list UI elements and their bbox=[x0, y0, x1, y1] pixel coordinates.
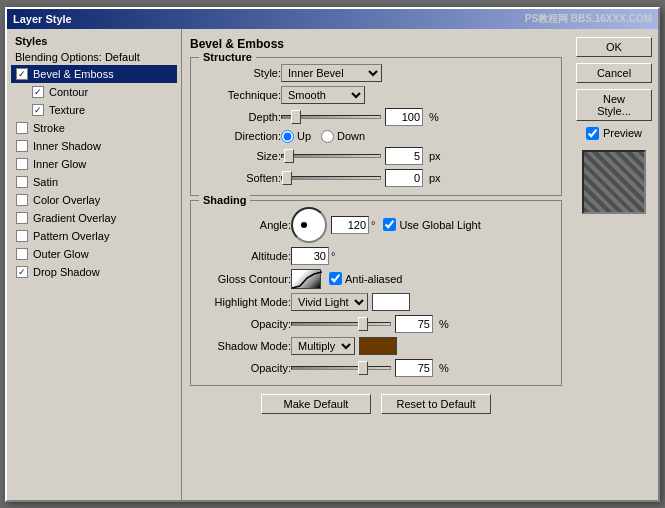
ok-button[interactable]: OK bbox=[576, 37, 652, 57]
direction-up-item[interactable]: Up bbox=[281, 130, 311, 143]
make-default-button[interactable]: Make Default bbox=[261, 394, 371, 414]
highlight-opacity-slider-container: % bbox=[291, 315, 449, 333]
color-overlay-checkbox[interactable] bbox=[16, 194, 28, 206]
sidebar-inner-shadow-label: Inner Shadow bbox=[33, 140, 101, 152]
sidebar-contour-label: Contour bbox=[49, 86, 88, 98]
size-slider[interactable] bbox=[281, 154, 381, 158]
use-global-light-label[interactable]: Use Global Light bbox=[383, 218, 480, 231]
direction-up-radio[interactable] bbox=[281, 130, 294, 143]
sidebar-item-contour[interactable]: Contour bbox=[11, 83, 177, 101]
shadow-opacity-label: Opacity: bbox=[201, 362, 291, 374]
dialog-body: Styles Blending Options: Default Bevel &… bbox=[7, 29, 658, 500]
anti-aliased-label[interactable]: Anti-aliased bbox=[329, 272, 402, 285]
shading-section: Shading Angle: ° Use Global Light bbox=[190, 200, 562, 386]
dial-dot bbox=[301, 222, 307, 228]
gloss-contour-label: Gloss Contour: bbox=[201, 273, 291, 285]
stroke-checkbox[interactable] bbox=[16, 122, 28, 134]
sidebar-item-pattern-overlay[interactable]: Pattern Overlay bbox=[11, 227, 177, 245]
highlight-color-swatch[interactable] bbox=[372, 293, 410, 311]
blending-options-label[interactable]: Blending Options: Default bbox=[11, 49, 177, 65]
highlight-mode-row: Highlight Mode: Vivid Light Normal Multi… bbox=[201, 293, 551, 311]
texture-checkbox[interactable] bbox=[32, 104, 44, 116]
direction-down-item[interactable]: Down bbox=[321, 130, 365, 143]
shadow-mode-row: Shadow Mode: Multiply Normal Screen bbox=[201, 337, 551, 355]
highlight-opacity-label: Opacity: bbox=[201, 318, 291, 330]
angle-dial[interactable] bbox=[291, 207, 327, 243]
anti-aliased-text: Anti-aliased bbox=[345, 273, 402, 285]
altitude-input[interactable] bbox=[291, 247, 329, 265]
highlight-opacity-input[interactable] bbox=[395, 315, 433, 333]
sidebar-item-inner-glow[interactable]: Inner Glow bbox=[11, 155, 177, 173]
technique-select[interactable]: Smooth Chisel Hard Chisel Soft bbox=[281, 86, 365, 104]
depth-label: Depth: bbox=[201, 111, 281, 123]
sidebar-item-color-overlay[interactable]: Color Overlay bbox=[11, 191, 177, 209]
bevel-emboss-checkbox[interactable] bbox=[16, 68, 28, 80]
satin-checkbox[interactable] bbox=[16, 176, 28, 188]
size-input[interactable] bbox=[385, 147, 423, 165]
depth-input[interactable] bbox=[385, 108, 423, 126]
drop-shadow-checkbox[interactable] bbox=[16, 266, 28, 278]
outer-glow-checkbox[interactable] bbox=[16, 248, 28, 260]
sidebar-item-stroke[interactable]: Stroke bbox=[11, 119, 177, 137]
direction-radio-group: Up Down bbox=[281, 130, 365, 143]
sidebar-item-bevel-emboss[interactable]: Bevel & Emboss bbox=[11, 65, 177, 83]
shadow-opacity-input[interactable] bbox=[395, 359, 433, 377]
shadow-mode-select[interactable]: Multiply Normal Screen bbox=[291, 337, 355, 355]
sidebar-item-texture[interactable]: Texture bbox=[11, 101, 177, 119]
sidebar-stroke-label: Stroke bbox=[33, 122, 65, 134]
style-select[interactable]: Inner Bevel Outer Bevel Emboss Pillow Em… bbox=[281, 64, 382, 82]
sidebar-outer-glow-label: Outer Glow bbox=[33, 248, 89, 260]
cancel-button[interactable]: Cancel bbox=[576, 63, 652, 83]
sidebar-texture-label: Texture bbox=[49, 104, 85, 116]
anti-aliased-checkbox[interactable] bbox=[329, 272, 342, 285]
inner-glow-checkbox[interactable] bbox=[16, 158, 28, 170]
highlight-opacity-row: Opacity: % bbox=[201, 315, 551, 333]
direction-row: Direction: Up Down bbox=[201, 130, 551, 143]
sidebar-item-inner-shadow[interactable]: Inner Shadow bbox=[11, 137, 177, 155]
title-bar: Layer Style PS教程网 BBS.16XXX.COM bbox=[7, 9, 658, 29]
angle-input[interactable] bbox=[331, 216, 369, 234]
size-label: Size: bbox=[201, 150, 281, 162]
shadow-opacity-slider[interactable] bbox=[291, 366, 391, 370]
right-buttons-panel: OK Cancel New Style... Preview bbox=[570, 29, 658, 500]
highlight-mode-select[interactable]: Vivid Light Normal Multiply Screen bbox=[291, 293, 368, 311]
gradient-overlay-checkbox[interactable] bbox=[16, 212, 28, 224]
sidebar-drop-shadow-label: Drop Shadow bbox=[33, 266, 100, 278]
soften-slider[interactable] bbox=[281, 176, 381, 180]
shadow-color-swatch[interactable] bbox=[359, 337, 397, 355]
preview-checkbox[interactable] bbox=[586, 127, 599, 140]
highlight-opacity-slider[interactable] bbox=[291, 322, 391, 326]
preview-image bbox=[584, 152, 644, 212]
soften-label: Soften: bbox=[201, 172, 281, 184]
preview-row: Preview bbox=[586, 127, 642, 140]
sidebar-gradient-overlay-label: Gradient Overlay bbox=[33, 212, 116, 224]
sidebar-color-overlay-label: Color Overlay bbox=[33, 194, 100, 206]
title-bar-left: Layer Style bbox=[13, 13, 72, 25]
soften-slider-container: px bbox=[281, 169, 441, 187]
sidebar-item-drop-shadow[interactable]: Drop Shadow bbox=[11, 263, 177, 281]
sidebar-pattern-overlay-label: Pattern Overlay bbox=[33, 230, 109, 242]
soften-row: Soften: px bbox=[201, 169, 551, 187]
shadow-opacity-row: Opacity: % bbox=[201, 359, 551, 377]
new-style-button[interactable]: New Style... bbox=[576, 89, 652, 121]
soften-input[interactable] bbox=[385, 169, 423, 187]
size-row: Size: px bbox=[201, 147, 551, 165]
sidebar-satin-label: Satin bbox=[33, 176, 58, 188]
shading-title: Shading bbox=[199, 194, 250, 206]
sidebar-item-gradient-overlay[interactable]: Gradient Overlay bbox=[11, 209, 177, 227]
bevel-emboss-header: Bevel & Emboss bbox=[190, 37, 562, 51]
gloss-contour-preview[interactable] bbox=[291, 269, 321, 289]
altitude-row: Altitude: ° bbox=[201, 247, 551, 265]
contour-checkbox[interactable] bbox=[32, 86, 44, 98]
shadow-opacity-unit: % bbox=[439, 362, 449, 374]
pattern-overlay-checkbox[interactable] bbox=[16, 230, 28, 242]
use-global-light-checkbox[interactable] bbox=[383, 218, 396, 231]
reset-to-default-button[interactable]: Reset to Default bbox=[381, 394, 491, 414]
direction-down-radio[interactable] bbox=[321, 130, 334, 143]
size-slider-container: px bbox=[281, 147, 441, 165]
bottom-buttons: Make Default Reset to Default bbox=[190, 390, 562, 420]
sidebar-item-satin[interactable]: Satin bbox=[11, 173, 177, 191]
depth-slider[interactable] bbox=[281, 115, 381, 119]
inner-shadow-checkbox[interactable] bbox=[16, 140, 28, 152]
sidebar-item-outer-glow[interactable]: Outer Glow bbox=[11, 245, 177, 263]
